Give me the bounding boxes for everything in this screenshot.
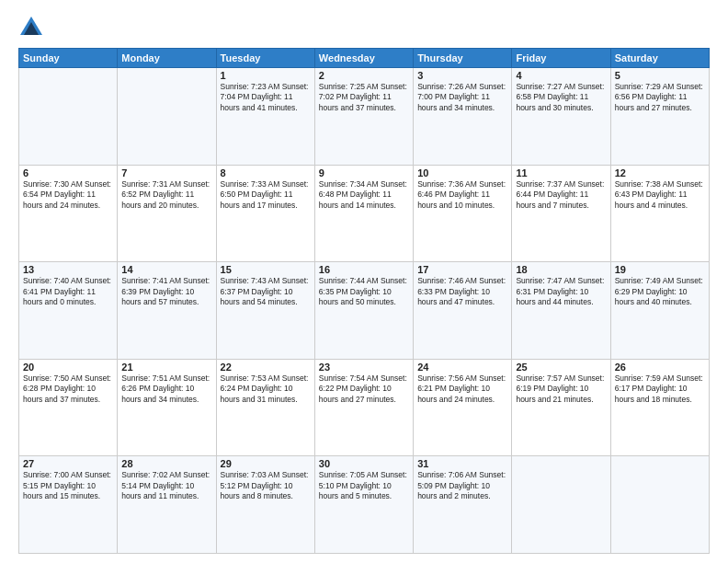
day-header-monday: Monday: [118, 49, 216, 68]
day-number: 20: [23, 362, 113, 373]
day-number: 11: [516, 167, 606, 178]
day-number: 7: [121, 167, 211, 178]
logo: [18, 15, 44, 40]
day-cell: 9Sunrise: 7:34 AM Sunset: 6:48 PM Daylig…: [314, 165, 413, 262]
day-info: Sunrise: 7:47 AM Sunset: 6:31 PM Dayligh…: [516, 276, 606, 307]
day-info: Sunrise: 7:44 AM Sunset: 6:35 PM Dayligh…: [319, 276, 409, 307]
week-row-3: 13Sunrise: 7:40 AM Sunset: 6:41 PM Dayli…: [19, 262, 710, 360]
day-cell: 26Sunrise: 7:59 AM Sunset: 6:17 PM Dayli…: [610, 359, 709, 456]
day-cell: 13Sunrise: 7:40 AM Sunset: 6:41 PM Dayli…: [19, 262, 118, 360]
day-info: Sunrise: 7:57 AM Sunset: 6:19 PM Dayligh…: [516, 373, 606, 405]
day-cell: 23Sunrise: 7:54 AM Sunset: 6:22 PM Dayli…: [314, 359, 413, 456]
day-cell: 27Sunrise: 7:00 AM Sunset: 5:15 PM Dayli…: [19, 456, 118, 554]
day-cell: 11Sunrise: 7:37 AM Sunset: 6:44 PM Dayli…: [512, 165, 610, 262]
day-number: 2: [319, 70, 409, 81]
day-cell: 14Sunrise: 7:41 AM Sunset: 6:39 PM Dayli…: [118, 262, 216, 360]
day-number: 30: [319, 458, 409, 469]
day-header-saturday: Saturday: [610, 49, 709, 68]
day-number: 28: [121, 458, 211, 469]
day-info: Sunrise: 7:53 AM Sunset: 6:24 PM Dayligh…: [221, 373, 311, 405]
day-cell: 10Sunrise: 7:36 AM Sunset: 6:46 PM Dayli…: [414, 165, 512, 262]
day-number: 15: [221, 264, 311, 275]
day-info: Sunrise: 7:31 AM Sunset: 6:52 PM Dayligh…: [121, 179, 211, 211]
day-info: Sunrise: 7:56 AM Sunset: 6:21 PM Dayligh…: [417, 373, 507, 405]
day-cell: 31Sunrise: 7:06 AM Sunset: 5:09 PM Dayli…: [414, 456, 512, 554]
day-cell: 30Sunrise: 7:05 AM Sunset: 5:10 PM Dayli…: [314, 456, 413, 554]
day-number: 3: [417, 70, 507, 81]
day-info: Sunrise: 7:43 AM Sunset: 6:37 PM Dayligh…: [221, 276, 311, 307]
day-cell: 5Sunrise: 7:29 AM Sunset: 6:56 PM Daylig…: [610, 68, 709, 166]
day-number: 18: [516, 264, 606, 275]
day-cell: 29Sunrise: 7:03 AM Sunset: 5:12 PM Dayli…: [216, 456, 314, 554]
day-number: 1: [221, 70, 311, 81]
week-row-4: 20Sunrise: 7:50 AM Sunset: 6:28 PM Dayli…: [19, 359, 710, 456]
day-info: Sunrise: 7:00 AM Sunset: 5:15 PM Dayligh…: [23, 470, 113, 501]
day-number: 17: [417, 264, 507, 275]
day-info: Sunrise: 7:59 AM Sunset: 6:17 PM Dayligh…: [615, 373, 705, 405]
calendar-table: SundayMondayTuesdayWednesdayThursdayFrid…: [18, 48, 710, 554]
day-info: Sunrise: 7:40 AM Sunset: 6:41 PM Dayligh…: [23, 276, 113, 307]
day-info: Sunrise: 7:34 AM Sunset: 6:48 PM Dayligh…: [319, 179, 409, 211]
day-info: Sunrise: 7:33 AM Sunset: 6:50 PM Dayligh…: [221, 179, 311, 211]
day-info: Sunrise: 7:25 AM Sunset: 7:02 PM Dayligh…: [319, 82, 409, 113]
day-cell: 18Sunrise: 7:47 AM Sunset: 6:31 PM Dayli…: [512, 262, 610, 360]
day-number: 24: [417, 362, 507, 373]
week-row-1: 1Sunrise: 7:23 AM Sunset: 7:04 PM Daylig…: [19, 68, 710, 166]
day-cell: 21Sunrise: 7:51 AM Sunset: 6:26 PM Dayli…: [118, 359, 216, 456]
day-cell: 19Sunrise: 7:49 AM Sunset: 6:29 PM Dayli…: [610, 262, 709, 360]
day-number: 29: [221, 458, 311, 469]
calendar-header-row: SundayMondayTuesdayWednesdayThursdayFrid…: [19, 49, 710, 68]
day-number: 12: [615, 167, 705, 178]
day-number: 23: [319, 362, 409, 373]
day-info: Sunrise: 7:02 AM Sunset: 5:14 PM Dayligh…: [121, 470, 211, 501]
day-number: 10: [417, 167, 507, 178]
day-header-sunday: Sunday: [19, 49, 118, 68]
day-number: 13: [23, 264, 113, 275]
day-info: Sunrise: 7:29 AM Sunset: 6:56 PM Dayligh…: [615, 82, 705, 113]
day-cell: 15Sunrise: 7:43 AM Sunset: 6:37 PM Dayli…: [216, 262, 314, 360]
day-info: Sunrise: 7:41 AM Sunset: 6:39 PM Dayligh…: [121, 276, 211, 307]
day-cell: 8Sunrise: 7:33 AM Sunset: 6:50 PM Daylig…: [216, 165, 314, 262]
day-header-wednesday: Wednesday: [314, 49, 413, 68]
logo-icon: [18, 15, 44, 40]
day-info: Sunrise: 7:50 AM Sunset: 6:28 PM Dayligh…: [23, 373, 113, 405]
day-number: 9: [319, 167, 409, 178]
day-number: 22: [221, 362, 311, 373]
header: [18, 15, 710, 40]
day-cell: 20Sunrise: 7:50 AM Sunset: 6:28 PM Dayli…: [19, 359, 118, 456]
day-info: Sunrise: 7:23 AM Sunset: 7:04 PM Dayligh…: [221, 82, 311, 113]
day-number: 8: [221, 167, 311, 178]
day-info: Sunrise: 7:36 AM Sunset: 6:46 PM Dayligh…: [417, 179, 507, 211]
day-number: 27: [23, 458, 113, 469]
day-number: 6: [23, 167, 113, 178]
day-info: Sunrise: 7:49 AM Sunset: 6:29 PM Dayligh…: [615, 276, 705, 307]
day-info: Sunrise: 7:38 AM Sunset: 6:43 PM Dayligh…: [615, 179, 705, 211]
day-cell: 7Sunrise: 7:31 AM Sunset: 6:52 PM Daylig…: [118, 165, 216, 262]
day-cell: 12Sunrise: 7:38 AM Sunset: 6:43 PM Dayli…: [610, 165, 709, 262]
day-number: 25: [516, 362, 606, 373]
day-number: 31: [417, 458, 507, 469]
day-number: 16: [319, 264, 409, 275]
day-info: Sunrise: 7:26 AM Sunset: 7:00 PM Dayligh…: [417, 82, 507, 113]
day-cell: [610, 456, 709, 554]
week-row-2: 6Sunrise: 7:30 AM Sunset: 6:54 PM Daylig…: [19, 165, 710, 262]
day-info: Sunrise: 7:27 AM Sunset: 6:58 PM Dayligh…: [516, 82, 606, 113]
calendar-page: SundayMondayTuesdayWednesdayThursdayFrid…: [0, 0, 728, 563]
day-cell: 3Sunrise: 7:26 AM Sunset: 7:00 PM Daylig…: [414, 68, 512, 166]
day-number: 26: [615, 362, 705, 373]
day-number: 5: [615, 70, 705, 81]
day-cell: 24Sunrise: 7:56 AM Sunset: 6:21 PM Dayli…: [414, 359, 512, 456]
day-info: Sunrise: 7:51 AM Sunset: 6:26 PM Dayligh…: [121, 373, 211, 405]
day-cell: 17Sunrise: 7:46 AM Sunset: 6:33 PM Dayli…: [414, 262, 512, 360]
day-number: 14: [121, 264, 211, 275]
day-cell: 6Sunrise: 7:30 AM Sunset: 6:54 PM Daylig…: [19, 165, 118, 262]
day-header-friday: Friday: [512, 49, 610, 68]
day-info: Sunrise: 7:03 AM Sunset: 5:12 PM Dayligh…: [221, 470, 311, 501]
day-info: Sunrise: 7:54 AM Sunset: 6:22 PM Dayligh…: [319, 373, 409, 405]
day-info: Sunrise: 7:37 AM Sunset: 6:44 PM Dayligh…: [516, 179, 606, 211]
day-cell: 22Sunrise: 7:53 AM Sunset: 6:24 PM Dayli…: [216, 359, 314, 456]
day-cell: 2Sunrise: 7:25 AM Sunset: 7:02 PM Daylig…: [314, 68, 413, 166]
day-info: Sunrise: 7:46 AM Sunset: 6:33 PM Dayligh…: [417, 276, 507, 307]
day-info: Sunrise: 7:06 AM Sunset: 5:09 PM Dayligh…: [417, 470, 507, 501]
day-number: 19: [615, 264, 705, 275]
